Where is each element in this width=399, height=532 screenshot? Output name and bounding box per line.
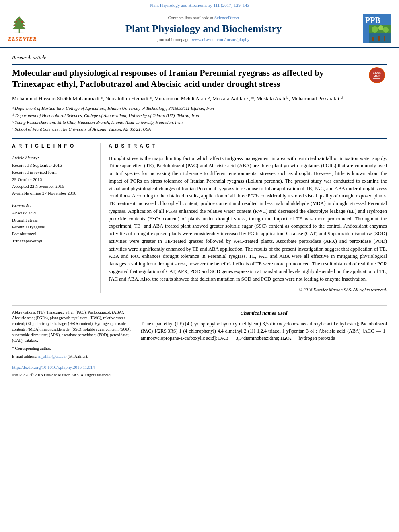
journal-ref-text: Plant Physiology and Biochemistry 111 (2… [150, 3, 249, 8]
copyright-line: © 2016 Elsevier Masson SAS. All rights r… [109, 287, 387, 293]
abstract-col: A B S T R A C T Drought stress is the ma… [109, 143, 387, 293]
svg-point-13 [378, 25, 383, 30]
history-online: Available online 27 November 2016 [12, 190, 95, 196]
article-history-section: Article history: Received 3 September 20… [12, 155, 95, 197]
authors-line: Mohammad Hossein Sheikh Mohammadi ᵃ, Nem… [12, 95, 387, 102]
elsevier-logo: ELSEVIER [8, 14, 44, 43]
bottom-section: Abbreviations: (TE), Trinexapac ethyl; (… [0, 305, 399, 386]
article-title-text: Molecular and physiological responses of… [12, 68, 324, 89]
journal-homepage-label: journal homepage: [158, 37, 191, 42]
sciencedirect-info: Contents lists available at ScienceDirec… [44, 15, 363, 21]
history-revised-date: 29 October 2016 [12, 177, 95, 183]
svg-point-14 [383, 27, 389, 33]
ppb-journal-image [369, 25, 391, 43]
keyword-4: Paclobutrazol [12, 231, 95, 237]
keywords-label: Keywords: [12, 202, 95, 208]
authors-text: Mohammad Hossein Sheikh Mohammadi ᵃ, Nem… [12, 95, 343, 101]
email-link[interactable]: m_alifar@ut.ac.ir [38, 354, 67, 359]
svg-rect-15 [372, 37, 374, 41]
email-label: E-mail address: [12, 354, 37, 359]
corresponding-author-note: * Corresponding author. [12, 346, 133, 351]
journal-homepage-url[interactable]: www.elsevier.com/locate/plaphy [192, 37, 249, 42]
affiliation-1: ᵃ Department of Horticulture, College of… [12, 105, 387, 111]
keyword-1: Abscisic acid [12, 210, 95, 216]
doi-link[interactable]: http://dx.doi.org/10.1016/j.plaphy.2016.… [12, 365, 95, 370]
ppb-logo-text: PPB [365, 16, 380, 24]
article-info-col: A R T I C L E I N F O Article history: R… [12, 143, 101, 293]
crossmark-icon: Cross Mark [369, 67, 385, 83]
abstract-paragraph: Drought stress is the major limiting fac… [109, 155, 387, 283]
affiliations: ᵃ Department of Horticulture, College of… [12, 105, 387, 133]
chemical-text: Trinexapac-ethyl (TE) [4-(cyclopropyl-α-… [141, 320, 387, 342]
keywords-section: Keywords: Abscisic acid Drought stress P… [12, 202, 95, 244]
chemical-names-col: Chemical names used Trinexapac-ethyl (TE… [141, 310, 387, 378]
svg-rect-16 [378, 36, 380, 41]
bottom-two-col: Abbreviations: (TE), Trinexapac ethyl; (… [12, 305, 387, 378]
journal-header: ELSEVIER Contents lists available at Sci… [0, 10, 399, 47]
research-article-label: Research article [12, 54, 387, 61]
sciencedirect-link[interactable]: ScienceDirect [214, 15, 239, 20]
footnotes-col: Abbreviations: (TE), Trinexapac ethyl; (… [12, 310, 133, 378]
svg-point-6 [21, 21, 23, 23]
chemical-names-header: Chemical names used [141, 310, 387, 317]
journal-center: Contents lists available at ScienceDirec… [44, 15, 363, 43]
history-received: Received 3 September 2016 [12, 162, 95, 168]
affiliation-2: ᵇ Department of Horticultural Sciences, … [12, 113, 387, 119]
page-wrapper: Plant Physiology and Biochemistry 111 (2… [0, 0, 399, 386]
journal-homepage: journal homepage: www.elsevier.com/locat… [44, 37, 363, 43]
history-revised-label: Received in revised form [12, 169, 95, 175]
svg-point-9 [19, 19, 20, 21]
abstract-text: Drought stress is the major limiting fac… [109, 155, 387, 283]
keyword-2: Drought stress [12, 217, 95, 223]
article-history-title: Article history: [12, 155, 95, 161]
main-content: Research article Molecular and physiolog… [0, 48, 399, 301]
abstract-divider [109, 153, 387, 153]
title-divider [12, 64, 387, 65]
svg-rect-17 [384, 36, 385, 41]
elsevier-tree-icon [8, 14, 30, 35]
sciencedirect-text: Contents lists available at [168, 15, 213, 20]
article-info-header: A R T I C L E I N F O [12, 143, 95, 150]
svg-point-7 [14, 25, 16, 27]
crossmark-badge: Cross Mark [369, 67, 387, 85]
svg-point-5 [15, 21, 17, 23]
history-accepted: Accepted 22 November 2016 [12, 183, 95, 189]
email-person: (M. Aalifar). [68, 354, 88, 359]
affiliation-3: ᶜ Young Researchers and Elite Club, Hame… [12, 119, 387, 125]
svg-point-8 [23, 25, 25, 27]
svg-text:Mark: Mark [374, 74, 380, 77]
affiliation-4: ᵈ School of Plant Sciences, The Universi… [12, 126, 387, 132]
keyword-5: Trinexapac-ethyl [12, 238, 95, 244]
journal-ref-bar: Plant Physiology and Biochemistry 111 (2… [0, 0, 399, 10]
email-info: E-mail address: m_alifar@ut.ac.ir (M. Aa… [12, 354, 133, 359]
issn-line: 0981-9428/© 2016 Elsevier Masson SAS. Al… [12, 372, 133, 378]
elsevier-wordmark: ELSEVIER [8, 35, 37, 43]
abbreviations-footnote: Abbreviations: (TE), Trinexapac ethyl; (… [12, 310, 133, 343]
keyword-3: Perennial ryegrass [12, 224, 95, 230]
svg-point-12 [372, 26, 378, 33]
abstract-header: A B S T R A C T [109, 143, 387, 150]
info-divider [12, 153, 95, 153]
ppb-logo: PPB [363, 14, 391, 43]
article-title: Molecular and physiological responses of… [12, 67, 387, 90]
two-col-section: A R T I C L E I N F O Article history: R… [12, 138, 387, 293]
corresponding-author-label: * Corresponding author. [12, 346, 51, 351]
journal-title: Plant Physiology and Biochemistry [44, 23, 363, 35]
svg-text:Cross: Cross [373, 71, 381, 74]
